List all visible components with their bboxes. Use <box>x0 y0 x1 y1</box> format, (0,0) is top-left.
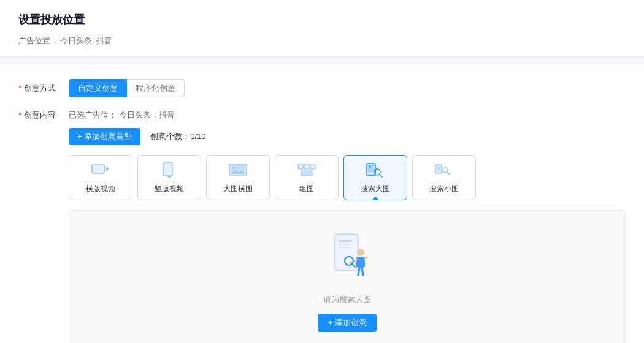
search-small-label: 搜索小图 <box>429 184 459 194</box>
horizontal-video-icon <box>91 161 110 181</box>
svg-rect-18 <box>437 166 440 171</box>
creative-method-label: * 创意方式 <box>18 83 61 94</box>
svg-rect-27 <box>356 257 365 268</box>
add-creative-button[interactable]: + 添加创意 <box>318 314 376 332</box>
content-body: 已选广告位： 今日头条，抖音 + 添加创意美型 创意个数：0/10 <box>69 110 626 343</box>
tab-programmatic-creative[interactable]: 程序化创意 <box>127 79 185 97</box>
svg-rect-2 <box>164 162 172 176</box>
svg-line-31 <box>358 268 359 275</box>
group-image-label: 组图 <box>299 184 314 194</box>
svg-rect-13 <box>368 165 374 172</box>
search-small-icon <box>434 161 454 181</box>
creative-method-row: * 创意方式 自定义创意 程序化创意 <box>18 79 626 97</box>
count-value: 0/10 <box>190 132 205 141</box>
tab-custom-creative[interactable]: 自定义创意 <box>69 79 127 97</box>
selected-positions: 已选广告位： 今日头条，抖音 <box>69 110 626 121</box>
type-card-large-image[interactable]: 大图横图 <box>206 155 270 200</box>
group-image-icon <box>297 161 316 181</box>
svg-point-6 <box>232 167 235 169</box>
required-mark: * <box>18 83 21 93</box>
selected-positions-prefix: 已选广告位： <box>69 110 117 119</box>
svg-point-14 <box>369 166 371 168</box>
count-label: 创意个数： <box>150 132 190 141</box>
empty-state-text: 请为搜索大图 <box>323 294 371 305</box>
page-container: 设置投放位置 广告位置 · 今日头条, 抖音 * 创意方式 自定义创意 程序化创… <box>0 0 644 343</box>
main-section: * 创意方式 自定义创意 程序化创意 * 创意内容 已选广告位： 今日头条，抖音 <box>0 64 644 343</box>
svg-rect-0 <box>92 165 104 173</box>
svg-rect-10 <box>310 164 315 169</box>
creative-method-text: 创意方式 <box>24 83 56 94</box>
dot-separator: · <box>54 37 56 46</box>
large-image-label: 大图横图 <box>223 184 253 194</box>
type-cards: 横版视频 竖版视频 <box>69 155 626 200</box>
svg-rect-24 <box>339 244 350 245</box>
svg-rect-23 <box>339 240 352 242</box>
add-type-row: + 添加创意美型 创意个数：0/10 <box>69 128 626 145</box>
required-mark-2: * <box>18 110 21 120</box>
creative-content-label: * 创意内容 <box>18 110 61 121</box>
vertical-video-label: 竖版视频 <box>155 184 184 194</box>
svg-marker-3 <box>166 176 172 178</box>
search-large-icon <box>366 161 385 181</box>
creative-content-text: 创意内容 <box>24 110 56 121</box>
svg-marker-1 <box>106 167 109 172</box>
type-card-search-small[interactable]: 搜索小图 <box>412 155 476 200</box>
svg-rect-9 <box>304 164 309 169</box>
horizontal-video-label: 横版视频 <box>86 184 115 194</box>
creative-content-row: * 创意内容 已选广告位： 今日头条，抖音 + 添加创意美型 创意个数：0/10 <box>18 110 626 343</box>
svg-line-30 <box>365 257 367 260</box>
ad-position-value: 今日头条, 抖音 <box>60 36 112 47</box>
large-image-icon <box>228 161 248 181</box>
type-card-vertical-video[interactable]: 竖版视频 <box>137 155 201 200</box>
creative-method-btn-group: 自定义创意 程序化创意 <box>69 79 185 97</box>
vertical-video-icon <box>159 161 179 181</box>
type-card-group-image[interactable]: 组图 <box>275 155 339 200</box>
type-card-search-large[interactable]: 搜索大图 <box>343 155 407 200</box>
type-card-horizontal-video[interactable]: 横版视频 <box>69 155 132 200</box>
svg-line-16 <box>380 175 382 177</box>
top-section: 设置投放位置 广告位置 · 今日头条, 抖音 <box>0 0 644 57</box>
ad-position-row: 广告位置 · 今日头条, 抖音 <box>18 36 626 47</box>
search-large-label: 搜索大图 <box>361 184 390 194</box>
empty-panel: 请为搜索大图 + 添加创意 <box>69 210 626 343</box>
ad-position-label: 广告位置 <box>18 36 50 47</box>
svg-rect-25 <box>339 247 351 248</box>
empty-illustration <box>323 229 372 284</box>
count-text: 创意个数：0/10 <box>150 131 205 142</box>
svg-point-26 <box>357 249 364 256</box>
svg-line-20 <box>447 172 450 175</box>
page-title: 设置投放位置 <box>18 12 626 27</box>
selected-positions-value: 今日头条，抖音 <box>119 110 175 119</box>
svg-line-32 <box>362 268 363 275</box>
svg-rect-11 <box>301 171 312 176</box>
add-creative-type-button[interactable]: + 添加创意美型 <box>69 128 140 145</box>
svg-rect-8 <box>298 164 303 169</box>
